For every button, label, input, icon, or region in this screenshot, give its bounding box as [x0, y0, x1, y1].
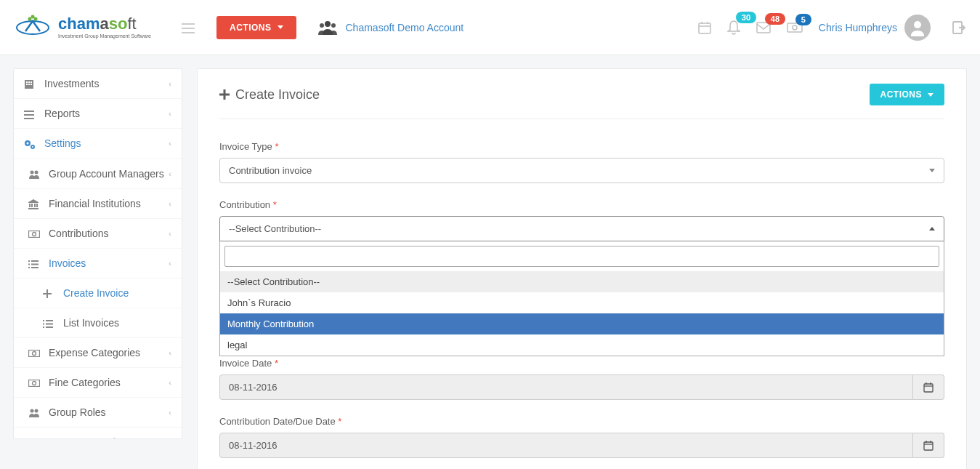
- contribution-option-monthly[interactable]: Monthly Contribution: [220, 313, 944, 334]
- sidebar-item-label: Expense Categories: [49, 347, 140, 358]
- wallet-badge: 5: [795, 14, 811, 25]
- contribution-option-johns-ruracio[interactable]: John`s Ruracio: [220, 292, 944, 313]
- svg-point-2: [34, 17, 38, 20]
- sidebar-item-label: Financial Institutions: [49, 198, 141, 209]
- contribution-dropdown: --Select Contribution-- John`s Ruracio M…: [219, 241, 944, 356]
- chevron-down-icon: [928, 93, 934, 97]
- app-header: chamasoft Investment Group Management So…: [0, 0, 980, 55]
- contribution-option-placeholder[interactable]: --Select Contribution--: [220, 271, 944, 292]
- sidebar-item-contributions[interactable]: Contributions ‹: [14, 219, 182, 249]
- calendar-button[interactable]: [698, 21, 711, 34]
- account-name: Chamasoft Demo Account: [346, 22, 464, 33]
- svg-rect-21: [28, 81, 30, 83]
- contribution-select-wrap: --Select Contribution-- --Select Contrib…: [219, 216, 944, 241]
- money-icon: [28, 347, 43, 358]
- content-panel: Create Invoice ACTIONS Invoice Type * Co…: [197, 68, 967, 469]
- svg-point-3: [31, 15, 35, 18]
- page-actions-label: ACTIONS: [880, 89, 923, 100]
- sidebar-item-label: Reports: [44, 108, 80, 119]
- sidebar-item-list-invoices[interactable]: List Invoices: [14, 308, 182, 338]
- svg-rect-58: [29, 380, 40, 387]
- sidebar-item-financial-institutions[interactable]: Financial Institutions ‹: [14, 189, 182, 219]
- invoice-type-select[interactable]: Contribution invoice: [219, 158, 944, 183]
- chevron-left-icon: ‹: [169, 378, 171, 387]
- page-actions-button[interactable]: ACTIONS: [870, 84, 945, 105]
- due-date-calendar-button[interactable]: [913, 433, 944, 458]
- contribution-search-input[interactable]: [224, 246, 939, 267]
- messages-button[interactable]: 48: [756, 22, 771, 33]
- svg-rect-52: [43, 323, 44, 324]
- svg-rect-35: [29, 204, 31, 207]
- list-icon: [43, 317, 57, 329]
- svg-rect-25: [31, 84, 32, 85]
- sidebar-item-label: Invoices: [49, 257, 86, 269]
- invoice-date-input[interactable]: 08-11-2016: [219, 374, 913, 400]
- svg-rect-51: [46, 320, 53, 321]
- due-date-input[interactable]: 08-11-2016: [219, 433, 913, 458]
- user-menu[interactable]: Chris Humphreys: [819, 15, 931, 41]
- wallet-button[interactable]: 5: [787, 23, 803, 33]
- sidebar-item-group-account-managers[interactable]: Group Account Managers ‹: [14, 159, 182, 189]
- sidebar-item-investments[interactable]: Investments ‹: [14, 69, 182, 99]
- calendar-icon: [698, 21, 711, 34]
- svg-rect-50: [43, 320, 44, 321]
- messages-badge: 48: [765, 13, 785, 25]
- svg-rect-69: [219, 94, 230, 96]
- logout-button[interactable]: [952, 20, 965, 33]
- header-actions-button[interactable]: ACTIONS: [216, 16, 296, 39]
- sidebar-item-label: Asset Categories: [49, 436, 126, 439]
- sidebar-item-settings[interactable]: Settings ‹: [14, 129, 182, 159]
- chevron-left-icon: ‹: [169, 259, 171, 268]
- svg-point-1: [28, 17, 32, 20]
- caret-up-icon: [929, 227, 935, 231]
- sidebar-invoices-submenu: Create Invoice List Invoices: [14, 278, 182, 338]
- sidebar-item-invoices[interactable]: Invoices ‹: [14, 249, 182, 278]
- svg-point-16: [793, 25, 797, 30]
- sidebar-item-expense-categories[interactable]: Expense Categories ‹: [14, 338, 182, 368]
- svg-rect-42: [28, 260, 30, 262]
- bank-icon: [28, 198, 43, 209]
- svg-rect-26: [24, 111, 34, 112]
- sidebar-item-label: List Invoices: [63, 317, 119, 329]
- svg-rect-53: [46, 323, 53, 324]
- plus-icon: [43, 287, 57, 299]
- notifications-button[interactable]: 30: [727, 20, 740, 35]
- contribution-option-legal[interactable]: legal: [220, 334, 944, 356]
- invoice-date-calendar-button[interactable]: [913, 374, 944, 400]
- main-layout: Investments ‹ Reports ‹ Settings ‹ Group…: [0, 55, 980, 469]
- contribution-select[interactable]: --Select Contribution--: [219, 216, 944, 241]
- svg-rect-45: [31, 263, 39, 265]
- account-switcher[interactable]: Chamasoft Demo Account: [318, 20, 464, 35]
- sidebar-settings-submenu: Group Account Managers ‹ Financial Insti…: [14, 159, 182, 439]
- money-icon: [28, 377, 43, 388]
- sidebar-item-group-roles[interactable]: Group Roles ‹: [14, 398, 182, 428]
- svg-point-0: [17, 21, 49, 34]
- svg-rect-28: [24, 118, 34, 119]
- chevron-left-icon: ‹: [169, 438, 171, 439]
- svg-rect-47: [31, 267, 39, 268]
- menu-toggle-icon[interactable]: [182, 21, 195, 33]
- svg-rect-22: [31, 81, 32, 83]
- sidebar-item-fine-categories[interactable]: Fine Categories ‹: [14, 368, 182, 398]
- svg-rect-55: [46, 326, 53, 328]
- cogs-icon: [24, 137, 39, 149]
- header-right: 30 48 5 Chris Humphreys: [698, 15, 965, 41]
- avatar-icon: [910, 19, 926, 36]
- chevron-left-icon: ‹: [169, 408, 171, 417]
- chevron-left-icon: ‹: [169, 169, 171, 178]
- sidebar-item-asset-categories[interactable]: Asset Categories ‹: [14, 428, 182, 439]
- sidebar-item-label: Settings: [44, 137, 81, 149]
- contribution-search-wrap: [220, 241, 944, 271]
- chevron-left-icon: ‹: [169, 199, 171, 208]
- svg-rect-20: [26, 81, 28, 83]
- list-icon: [28, 436, 43, 439]
- svg-rect-27: [24, 114, 34, 116]
- calendar-icon: [923, 382, 934, 393]
- sidebar-item-create-invoice[interactable]: Create Invoice: [14, 278, 182, 308]
- sidebar-item-label: Group Roles: [49, 406, 106, 418]
- logo-area[interactable]: chamasoft Investment Group Management So…: [15, 13, 174, 42]
- invoice-type-label: Invoice Type *: [219, 141, 944, 152]
- svg-point-9: [331, 23, 336, 28]
- sidebar-item-reports[interactable]: Reports ‹: [14, 99, 182, 129]
- avatar: [904, 15, 931, 41]
